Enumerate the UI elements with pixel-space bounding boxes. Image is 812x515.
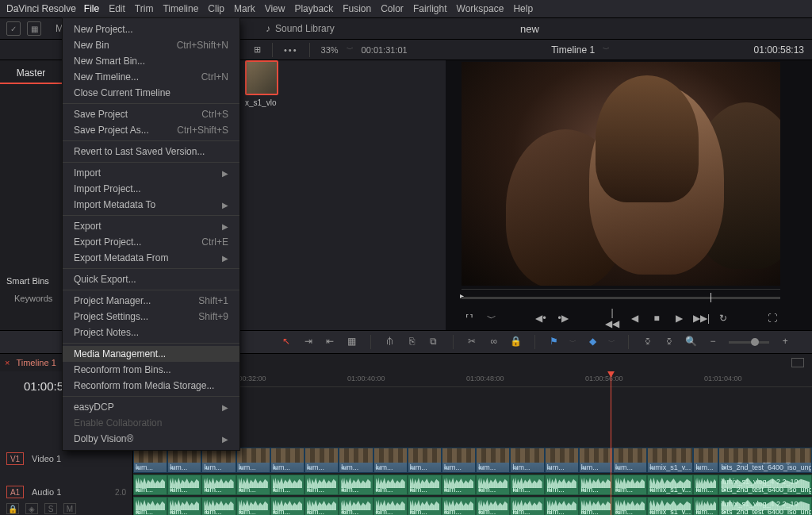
solo-button[interactable]: S — [44, 503, 57, 514]
menu-file[interactable]: File — [84, 3, 99, 14]
video-clip[interactable]: ∞ lum... — [510, 448, 544, 473]
audio-clip[interactable]: ∞ lum... — [579, 497, 613, 515]
media-pool-content[interactable]: x_s1_vlo — [240, 60, 446, 330]
audio-clip[interactable]: ∞ lum... — [133, 497, 167, 515]
audio-clip[interactable]: ∞ lum... — [304, 475, 339, 495]
selection-tool[interactable]: ↖ — [280, 336, 293, 348]
snap-icon[interactable]: ⧲ — [642, 336, 654, 348]
overwrite-tool-icon[interactable]: ⇤ — [324, 336, 336, 348]
viewer-timeline-name[interactable]: Timeline 1 — [551, 44, 595, 56]
audio-clip[interactable]: ∞ lum... — [510, 475, 544, 495]
audio-clip[interactable]: ∞ lum... — [201, 497, 236, 515]
menu-item-project-settings[interactable]: Project Settings...Shift+9 — [63, 309, 239, 325]
last-frame-button[interactable]: ▶▶| — [693, 313, 709, 324]
menu-item-save-project[interactable]: Save ProjectCtrl+S — [63, 106, 239, 122]
audio-clip[interactable]: ∞ lum... — [545, 497, 579, 515]
menu-item-new-project[interactable]: New Project... — [63, 21, 239, 37]
audio-clip[interactable]: ∞ lum... — [304, 497, 339, 515]
track-eye-icon[interactable]: ◈ — [25, 503, 38, 514]
menu-item-close-current-timeline[interactable]: Close Current Timeline — [63, 85, 239, 101]
video-track-header[interactable]: V1 Video 1 — [0, 448, 132, 470]
menu-edit[interactable]: Edit — [109, 3, 125, 14]
insert-tool-icon[interactable]: ⇥ — [302, 336, 315, 348]
video-track[interactable]: ∞ lum...∞ lum...∞ lum...∞ lum...∞ lum...… — [133, 448, 812, 473]
menu-item-new-bin[interactable]: New BinCtrl+Shift+N — [63, 37, 239, 53]
video-clip[interactable]: ∞ lumix_s1_v... — [647, 448, 693, 473]
audio-clip[interactable]: ∞ lum... — [270, 497, 304, 515]
video-clip[interactable]: ∞ lum... — [270, 448, 304, 473]
zoom-slider[interactable] — [729, 341, 770, 344]
video-clip[interactable]: ∞ lum... — [476, 448, 510, 473]
audio-clip[interactable]: ∞ lum... — [270, 475, 304, 495]
prev-frame-button[interactable]: ◀ — [626, 313, 642, 324]
menu-workspace[interactable]: Workspace — [457, 3, 504, 14]
razor-tool-icon[interactable]: ✂ — [466, 336, 479, 348]
menu-fusion[interactable]: Fusion — [343, 3, 371, 14]
audio-clip[interactable]: ∞ lum... — [339, 497, 373, 515]
video-clip[interactable]: ∞ lum... — [613, 448, 647, 473]
menu-item-easydcp[interactable]: easyDCP▶ — [63, 399, 239, 415]
audio-clip[interactable]: ∞ lum... — [613, 475, 647, 495]
audio-clip[interactable]: ∞ lum... — [373, 475, 408, 495]
audio-clip[interactable]: ∞ lum... — [408, 475, 442, 495]
master-bin-tab[interactable]: Master — [0, 63, 62, 84]
marker-icon[interactable]: ◆ — [586, 336, 599, 348]
audio-clip[interactable]: ∞ lumix_s1_vlog_4 2 2_10 bits_2nd_test_6… — [718, 497, 812, 515]
menu-timeline[interactable]: Timeline — [163, 3, 198, 14]
video-clip[interactable]: ∞ lum... — [133, 448, 167, 473]
zoom-out-button[interactable]: − — [707, 336, 719, 348]
video-clip[interactable]: ∞ lum... — [167, 448, 201, 473]
viewer-options-icon[interactable]: ••• — [284, 45, 298, 55]
menu-item-new-timeline[interactable]: New Timeline...Ctrl+N — [63, 69, 239, 85]
menu-item-save-project-as[interactable]: Save Project As...Ctrl+Shift+S — [63, 122, 239, 138]
fullscreen-icon[interactable]: ⛶ — [764, 313, 780, 324]
menu-item-export-metadata-from[interactable]: Export Metadata From▶ — [63, 250, 239, 266]
audio-clip[interactable]: ∞ lum... — [545, 475, 579, 495]
menu-mark[interactable]: Mark — [234, 3, 255, 14]
video-clip[interactable]: ∞ lum... — [236, 448, 270, 473]
menu-clip[interactable]: Clip — [208, 3, 224, 14]
audio-clip[interactable]: ∞ lum... — [476, 497, 510, 515]
media-pool-icon[interactable]: ▦ — [27, 21, 41, 36]
fit-tool-icon[interactable]: ⧉ — [427, 336, 440, 348]
flag-icon[interactable]: ⚑ — [548, 336, 561, 348]
audio-clip[interactable]: ∞ lum... — [236, 475, 270, 495]
menu-view[interactable]: View — [265, 3, 285, 14]
prev-marker-icon[interactable]: ◀• — [533, 313, 549, 324]
video-clip[interactable]: ∞ lum... — [579, 448, 613, 473]
menu-color[interactable]: Color — [381, 3, 404, 14]
video-clip[interactable]: ∞ lum... — [373, 448, 408, 473]
menu-item-quick-export[interactable]: Quick Export... — [63, 271, 239, 287]
video-clip[interactable]: ∞ lum... — [339, 448, 373, 473]
audio-clip[interactable]: ∞ lum... — [579, 475, 613, 495]
video-clip[interactable]: ∞ lumix_s1_vlog_4 2 2_10 bits_2nd_test_6… — [718, 448, 812, 473]
viewer-zoom[interactable]: 33% — [321, 45, 339, 55]
audio-clip[interactable]: ∞ lumix_s1_v... — [647, 475, 693, 495]
keywords-bin[interactable]: Keywords — [0, 290, 62, 306]
ripple-tool-icon[interactable]: ⎘ — [406, 336, 419, 348]
audio-clip[interactable]: ∞ lum... — [408, 497, 442, 515]
menu-item-dolby-vision[interactable]: Dolby Vision®▶ — [63, 431, 239, 447]
menu-help[interactable]: Help — [513, 3, 533, 14]
link-tool-icon[interactable]: ∞ — [488, 336, 500, 348]
menu-item-reconform-from-bins[interactable]: Reconform from Bins... — [63, 362, 239, 378]
audio-clip[interactable]: ∞ lum... — [373, 497, 408, 515]
clip-thumbnail[interactable] — [245, 60, 278, 95]
viewer-scrubber[interactable]: ▸ — [462, 289, 780, 306]
menu-item-import-metadata-to[interactable]: Import Metadata To▶ — [63, 197, 239, 213]
menu-trim[interactable]: Trim — [135, 3, 154, 14]
mute-button[interactable]: M — [63, 503, 76, 514]
audio-clip[interactable]: ∞ lumix_s1_vlog_4 2 2_10 bits_2nd_test_6… — [718, 475, 812, 495]
menu-playback[interactable]: Playback — [294, 3, 333, 14]
a1-source-tag[interactable]: A1 — [6, 486, 24, 498]
snap2-icon[interactable]: ⧲ — [663, 336, 676, 348]
audio-clip[interactable]: ∞ lum... — [442, 497, 476, 515]
video-clip[interactable]: ∞ lum... — [442, 448, 476, 473]
audio-track-header[interactable]: A1 Audio 1 2.0 — [0, 481, 132, 503]
audio-clip[interactable]: ∞ lum... — [442, 475, 476, 495]
chevron-down-icon[interactable]: ﹀ — [569, 337, 576, 348]
loop-button[interactable]: ↻ — [715, 313, 731, 324]
zoom-in-button[interactable]: + — [779, 336, 791, 348]
menu-item-export[interactable]: Export▶ — [63, 218, 239, 234]
track-lock-icon[interactable]: 🔒 — [6, 503, 19, 514]
